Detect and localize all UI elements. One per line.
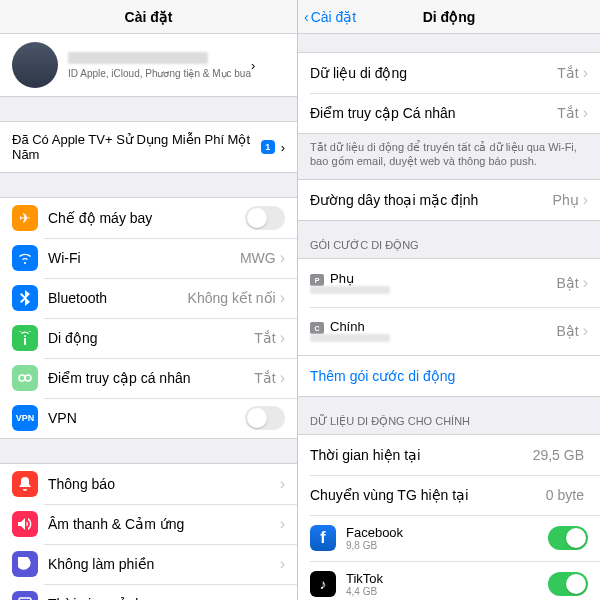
vpn-label: VPN <box>48 410 245 426</box>
roaming-period-row: Chuyển vùng TG hiện tại 0 byte <box>298 475 600 515</box>
chevron-right-icon: › <box>280 476 285 492</box>
personal-hotspot-row[interactable]: Điểm truy cập Cá nhân Tắt › <box>298 93 600 133</box>
hotspot-value: Tắt <box>254 370 275 386</box>
bluetooth-label: Bluetooth <box>48 290 188 306</box>
chevron-right-icon: › <box>280 516 285 532</box>
default-voice-value: Phụ <box>553 192 579 208</box>
airplane-icon: ✈ <box>12 205 38 231</box>
current-period-value: 29,5 GB <box>533 447 584 463</box>
current-period-row: Thời gian hiện tại 29,5 GB <box>298 435 600 475</box>
personal-hotspot-value: Tắt <box>557 105 578 121</box>
bluetooth-row[interactable]: Bluetooth Không kết nối › <box>0 278 297 318</box>
cellular-icon <box>12 325 38 351</box>
dnd-icon <box>12 551 38 577</box>
user-name-redacted <box>68 52 208 64</box>
chevron-right-icon: › <box>280 596 285 600</box>
cellular-data-label: Dữ liệu di động <box>310 65 557 81</box>
bluetooth-icon <box>12 285 38 311</box>
chevron-right-icon: › <box>280 370 285 386</box>
tiktok-data-switch[interactable] <box>548 572 588 596</box>
chevron-right-icon: › <box>281 140 285 155</box>
badge-count: 1 <box>261 140 275 154</box>
notifications-section: Thông báo › Âm thanh & Cảm ứng › Không l… <box>0 463 297 600</box>
cellular-detail-panel: ‹ Cài đặt Di động Dữ liệu di động Tắt › … <box>298 0 600 600</box>
plan-primary-row[interactable]: CChính Bật › <box>298 307 600 355</box>
carrier-redacted <box>310 286 390 294</box>
back-button[interactable]: ‹ Cài đặt <box>304 9 356 25</box>
vpn-switch[interactable] <box>245 406 285 430</box>
sim-badge-icon: C <box>310 322 324 334</box>
facebook-data-switch[interactable] <box>548 526 588 550</box>
plan-primary-label: Chính <box>330 319 365 334</box>
cellular-row[interactable]: Di động Tắt › <box>0 318 297 358</box>
chevron-right-icon: › <box>280 330 285 346</box>
header-right: ‹ Cài đặt Di động <box>298 0 600 34</box>
wireless-section: ✈ Chế độ máy bay Wi-Fi MWG › Bluetooth K… <box>0 197 297 439</box>
facebook-icon: f <box>310 525 336 551</box>
notifications-label: Thông báo <box>48 476 280 492</box>
cellular-data-value: Tắt <box>557 65 578 81</box>
airplane-switch[interactable] <box>245 206 285 230</box>
cellular-label: Di động <box>48 330 254 346</box>
screentime-row[interactable]: Thời gian sử dụng › <box>0 584 297 600</box>
hotspot-row[interactable]: Điểm truy cập cá nhân Tắt › <box>0 358 297 398</box>
apple-id-subtitle: ID Apple, iCloud, Phương tiện & Mục bua <box>68 68 251 79</box>
default-voice-label: Đường dây thoại mặc định <box>310 192 553 208</box>
vpn-row[interactable]: VPN VPN <box>0 398 297 438</box>
cellular-plans-header: GÓI CƯỚC DI ĐỘNG <box>298 221 600 258</box>
wifi-value: MWG <box>240 250 276 266</box>
sim-badge-icon: P <box>310 274 324 286</box>
app-usage-tiktok-row[interactable]: ♪ TikTok 4,4 GB <box>298 561 600 600</box>
chevron-right-icon: › <box>583 275 588 291</box>
add-cellular-plan-button[interactable]: Thêm gói cước di động <box>298 356 600 397</box>
chevron-right-icon: › <box>280 250 285 266</box>
app-usage-facebook-row[interactable]: f Facebook 9,8 GB <box>298 515 600 561</box>
default-voice-line-row[interactable]: Đường dây thoại mặc định Phụ › <box>298 180 600 220</box>
header-left: Cài đặt <box>0 0 297 34</box>
screentime-icon <box>12 591 38 600</box>
chevron-right-icon: › <box>251 58 255 73</box>
notifications-row[interactable]: Thông báo › <box>0 464 297 504</box>
tiktok-icon: ♪ <box>310 571 336 597</box>
data-usage-header: DỮ LIỆU DI ĐỘNG CHO CHÍNH <box>298 397 600 434</box>
page-title: Di động <box>423 9 476 25</box>
screentime-label: Thời gian sử dụng <box>48 596 280 600</box>
chevron-right-icon: › <box>583 65 588 81</box>
facebook-usage-value: 9,8 GB <box>346 540 548 551</box>
apple-tv-promo-row[interactable]: Đã Có Apple TV+ Sử Dụng Miễn Phí Một Năm… <box>0 121 297 173</box>
airplane-label: Chế độ máy bay <box>48 210 245 226</box>
sounds-icon <box>12 511 38 537</box>
wifi-row[interactable]: Wi-Fi MWG › <box>0 238 297 278</box>
avatar <box>12 42 58 88</box>
airplane-mode-row[interactable]: ✈ Chế độ máy bay <box>0 198 297 238</box>
cellular-value: Tắt <box>254 330 275 346</box>
chevron-right-icon: › <box>583 192 588 208</box>
plan-secondary-label: Phụ <box>330 271 354 286</box>
dnd-row[interactable]: Không làm phiền › <box>0 544 297 584</box>
tiktok-usage-value: 4,4 GB <box>346 586 548 597</box>
roaming-label: Chuyển vùng TG hiện tại <box>310 487 546 503</box>
plan-secondary-row[interactable]: PPhụ Bật › <box>298 259 600 307</box>
svg-point-0 <box>19 375 25 381</box>
apple-id-row[interactable]: ID Apple, iCloud, Phương tiện & Mục bua … <box>0 34 297 97</box>
plan-primary-value: Bật <box>556 323 578 339</box>
settings-root-panel: Cài đặt ID Apple, iCloud, Phương tiện & … <box>0 0 298 600</box>
wifi-icon <box>12 245 38 271</box>
notifications-icon <box>12 471 38 497</box>
facebook-label: Facebook <box>346 525 548 540</box>
tiktok-label: TikTok <box>346 571 548 586</box>
sounds-label: Âm thanh & Cảm ứng <box>48 516 280 532</box>
cellular-data-row[interactable]: Dữ liệu di động Tắt › <box>298 53 600 93</box>
chevron-right-icon: › <box>280 290 285 306</box>
sounds-row[interactable]: Âm thanh & Cảm ứng › <box>0 504 297 544</box>
wifi-label: Wi-Fi <box>48 250 240 266</box>
bluetooth-value: Không kết nối <box>188 290 276 306</box>
roaming-value: 0 byte <box>546 487 584 503</box>
cellular-note: Tắt dữ liệu di động để truyền tất cả dữ … <box>298 134 600 179</box>
dnd-label: Không làm phiền <box>48 556 280 572</box>
personal-hotspot-label: Điểm truy cập Cá nhân <box>310 105 557 121</box>
chevron-right-icon: › <box>583 323 588 339</box>
apple-tv-promo-label: Đã Có Apple TV+ Sử Dụng Miễn Phí Một Năm <box>12 132 261 162</box>
hotspot-label: Điểm truy cập cá nhân <box>48 370 254 386</box>
plan-secondary-value: Bật <box>556 275 578 291</box>
